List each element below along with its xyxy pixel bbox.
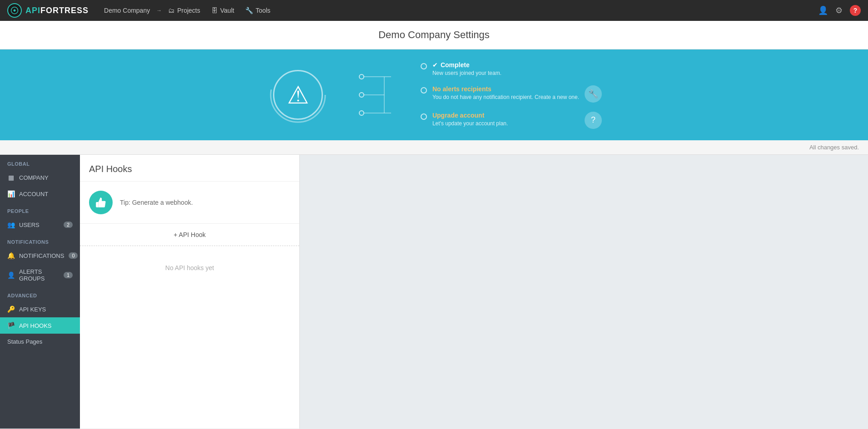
upgrade-action-btn[interactable]: ?: [585, 112, 602, 129]
alerts-groups-icon: 👤: [7, 271, 15, 279]
item-text-upgrade: Upgrade account Let's update your accoun…: [432, 112, 579, 127]
sidebar-item-users-label: USERS: [19, 222, 40, 228]
sidebar-item-alerts-groups-label: ALERTS GROUPS: [19, 268, 59, 282]
svg-point-4: [359, 93, 364, 97]
tip-text: Tip: Generate a webhook.: [120, 199, 193, 206]
sidebar-section-global: Global: [0, 155, 80, 169]
banner-items: ✔ Complete New users joined your team. N…: [421, 61, 602, 129]
sidebar-item-api-hooks[interactable]: 🏴 API HOOKS: [0, 317, 80, 334]
alerts-action-btn[interactable]: 🔧: [585, 85, 602, 103]
main-layout: Global ▦ COMPANY 📊 ACCOUNT People 👥 USER…: [0, 155, 868, 429]
sidebar-item-notifications[interactable]: 🔔 NOTIFICATIONS 0: [0, 247, 80, 264]
panel-header: API Hooks: [80, 155, 299, 182]
nav-projects[interactable]: 🗂Projects: [164, 4, 205, 17]
svg-point-1: [271, 68, 325, 122]
item-text-complete: ✔ Complete New users joined your team.: [432, 61, 501, 76]
sidebar-section-notifications: Notifications: [0, 233, 80, 247]
top-navigation: APIFORTRESS Demo Company → 🗂Projects 🗄Va…: [0, 0, 868, 21]
svg-point-2: [359, 74, 364, 79]
nav-items: Demo Company → 🗂Projects 🗄Vault 🔧Tools: [99, 4, 818, 17]
users-icon: 👥: [7, 221, 15, 228]
no-hooks-message: No API hooks yet: [80, 246, 299, 290]
settings-icon[interactable]: ⚙: [835, 5, 843, 15]
alerts-groups-badge: 1: [64, 272, 73, 278]
sidebar-item-users[interactable]: 👥 USERS 2: [0, 217, 80, 233]
banner-item-alerts: No alerts recipients You do not have any…: [421, 85, 602, 103]
api-hooks-icon: 🏴: [7, 322, 15, 329]
sidebar-item-status-pages-label: Status Pages: [7, 338, 42, 345]
item-dot-alerts: [421, 87, 427, 94]
item-upgrade-title: Upgrade account: [432, 112, 579, 119]
tip-box: Tip: Generate a webhook.: [80, 182, 299, 224]
item-complete-desc: New users joined your team.: [432, 70, 501, 76]
help-icon[interactable]: ?: [850, 5, 861, 16]
add-hook-button[interactable]: + API Hook: [80, 224, 299, 246]
banner-warning-circle: ⚠: [266, 63, 330, 127]
item-upgrade-desc: Let's update your account plan.: [432, 120, 579, 127]
page-title: Demo Company Settings: [8, 29, 860, 41]
sidebar-section-people: People: [0, 202, 80, 217]
notifications-icon: 🔔: [7, 252, 15, 259]
content-area: API Hooks Tip: Generate a webhook. + API…: [80, 155, 868, 429]
status-message: All changes saved.: [809, 144, 859, 151]
item-alerts-title: No alerts recipients: [432, 85, 579, 93]
account-icon: 📊: [7, 190, 15, 197]
sidebar-item-alerts-groups[interactable]: 👤 ALERTS GROUPS 1: [0, 264, 80, 286]
status-bar: All changes saved.: [0, 140, 868, 155]
item-complete-title: Complete: [441, 61, 470, 69]
sidebar-item-company-label: COMPANY: [19, 174, 49, 181]
sidebar: Global ▦ COMPANY 📊 ACCOUNT People 👥 USER…: [0, 155, 80, 429]
sidebar-item-account-label: ACCOUNT: [19, 191, 48, 197]
panel-title: API Hooks: [89, 164, 290, 174]
item-text-alerts: No alerts recipients You do not have any…: [432, 85, 579, 100]
sidebar-item-api-hooks-label: API HOOKS: [19, 322, 52, 329]
item-dot-upgrade: [421, 113, 427, 120]
banner-item-complete: ✔ Complete New users joined your team.: [421, 61, 602, 76]
sidebar-section-advanced: Advanced: [0, 286, 80, 301]
sidebar-item-api-keys[interactable]: 🔑 API KEYS: [0, 301, 80, 317]
item-dot-complete: [421, 63, 427, 69]
nav-tools[interactable]: 🔧Tools: [241, 4, 275, 17]
nav-vault[interactable]: 🗄Vault: [207, 4, 239, 17]
sidebar-item-api-keys-label: API KEYS: [19, 306, 46, 313]
users-badge: 2: [64, 222, 73, 228]
notifications-badge: 0: [69, 252, 78, 259]
sidebar-item-notifications-label: NOTIFICATIONS: [19, 252, 64, 259]
brand-logo: [7, 3, 22, 18]
user-icon[interactable]: 👤: [818, 5, 828, 15]
content-panel: API Hooks Tip: Generate a webhook. + API…: [80, 155, 300, 429]
item-alerts-desc: You do not have any notification recipie…: [432, 94, 579, 100]
sidebar-item-status-pages[interactable]: Status Pages: [0, 334, 80, 350]
api-keys-icon: 🔑: [7, 306, 15, 313]
brand[interactable]: APIFORTRESS: [7, 3, 89, 18]
sidebar-item-company[interactable]: ▦ COMPANY: [0, 169, 80, 186]
nav-company[interactable]: Demo Company: [99, 4, 154, 17]
page-header: Demo Company Settings: [0, 21, 868, 49]
brand-text: APIFORTRESS: [25, 6, 89, 15]
tip-icon: [89, 191, 113, 214]
banner-item-upgrade: Upgrade account Let's update your accoun…: [421, 112, 602, 129]
banner: ⚠ ✔ Complete New users joined your team.: [0, 49, 868, 140]
sidebar-item-account[interactable]: 📊 ACCOUNT: [0, 186, 80, 202]
nav-right: 👤 ⚙ ?: [818, 5, 861, 16]
nav-arrow: →: [156, 7, 162, 14]
connector-lines: [357, 68, 393, 122]
svg-point-7: [359, 111, 364, 115]
company-icon: ▦: [7, 174, 15, 181]
